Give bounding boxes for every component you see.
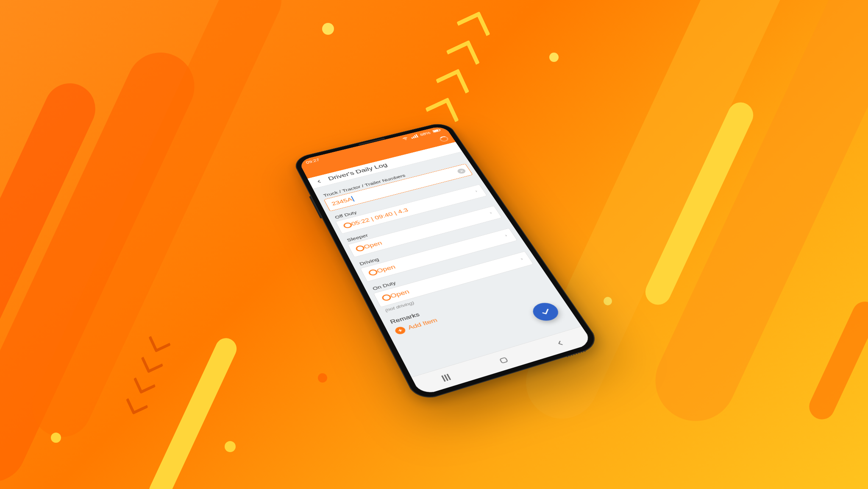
chevron-right-icon [488,210,495,216]
on-duty-value: Open [389,288,411,299]
loading-spinner-icon [439,135,450,142]
plus-icon: + [394,326,407,335]
battery-icon [432,128,442,134]
on-duty-label: On Duty [372,246,523,291]
radio-icon [355,245,366,252]
chevron-right-icon [519,257,526,263]
chevron-right-icon [473,189,480,194]
status-time: 09:27 [305,158,320,165]
radio-icon [381,293,392,302]
driving-value: Open [376,263,397,274]
confirm-fab-button[interactable] [529,300,562,323]
svg-rect-3 [500,357,508,363]
radio-icon [367,268,378,276]
on-duty-hint: (not driving) [384,266,535,313]
truck-numbers-value: 2345A [331,196,353,207]
remarks-label: Remarks [389,276,544,325]
check-icon [538,307,553,316]
wifi-icon [401,136,409,141]
signal-icon [410,134,418,139]
chevron-right-icon [503,233,510,238]
add-item-button[interactable]: + Add Item [392,283,553,337]
android-home-button[interactable] [487,352,520,368]
add-item-label: Add Item [407,317,439,331]
on-duty-row[interactable]: Open [373,251,534,307]
sleeper-value: Open [363,240,384,250]
battery-percent: 88% [419,131,431,137]
back-button[interactable] [313,178,324,185]
android-recents-button[interactable] [429,370,463,385]
clear-input-button[interactable]: ✕ [456,168,467,174]
android-back-button[interactable] [543,335,577,351]
